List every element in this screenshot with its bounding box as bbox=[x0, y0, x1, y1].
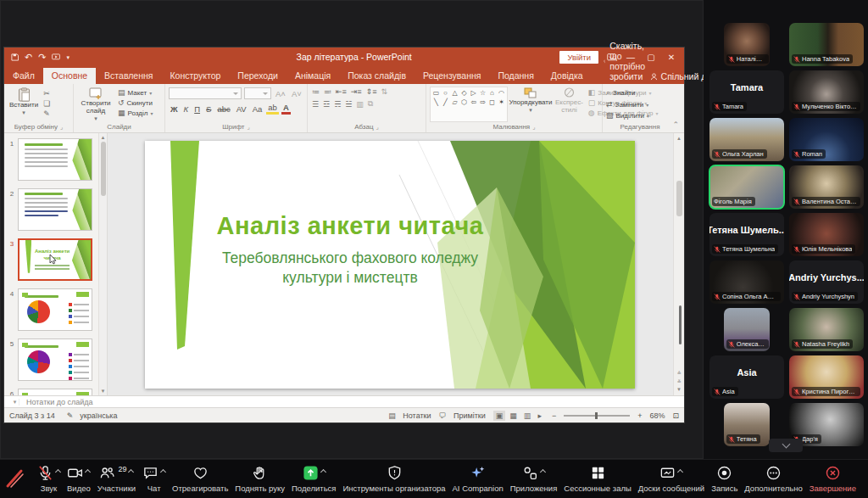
bold-button[interactable]: Ж bbox=[169, 104, 180, 114]
normal-view-button[interactable]: ▣ bbox=[493, 411, 506, 421]
mic-muted-button[interactable]: Звук bbox=[37, 465, 60, 493]
participant-tile[interactable]: Тетяна bbox=[724, 403, 771, 446]
ppt-tab-Показ слайдів[interactable]: Показ слайдів bbox=[339, 68, 415, 84]
highlight-color-button[interactable]: ab bbox=[266, 103, 279, 115]
chevron-up-icon[interactable] bbox=[160, 469, 166, 475]
participant-tile[interactable]: AsiaAsia bbox=[709, 355, 784, 399]
chevron-up-icon[interactable] bbox=[540, 469, 546, 475]
justify-icon[interactable]: ☱ bbox=[344, 100, 353, 109]
shape-icon[interactable]: ☆ bbox=[478, 88, 487, 98]
annotation-pen-icon[interactable] bbox=[4, 466, 26, 490]
replace-button[interactable]: Замінити bbox=[615, 101, 644, 109]
shrink-font-icon[interactable]: A˅ bbox=[290, 89, 303, 98]
shape-icon[interactable]: ╱ bbox=[441, 98, 450, 107]
shape-icon[interactable]: ⌂ bbox=[487, 88, 497, 98]
sign-in-button[interactable]: Увійти bbox=[559, 51, 598, 64]
char-spacing-button[interactable]: AV bbox=[235, 104, 248, 114]
notes-splitter-icon[interactable]: ▾ bbox=[4, 399, 19, 406]
chevron-up-icon[interactable] bbox=[85, 469, 91, 475]
participant-tile[interactable]: Hanna Tabakova bbox=[789, 23, 864, 66]
shape-icon[interactable]: ⇦ bbox=[469, 98, 478, 107]
shapes-gallery[interactable]: ▭○△◇▷☆⌂◠╲╱▱⬡⇦⇨◻✶ bbox=[430, 87, 508, 122]
notes-pane[interactable]: ▾ Нотатки до слайда bbox=[4, 395, 684, 407]
smartart-icon[interactable]: ⧉ bbox=[367, 99, 374, 109]
raise-hand-button[interactable]: Поднять руку bbox=[235, 465, 285, 493]
whiteboard-button[interactable]: Доски сообщений bbox=[638, 465, 704, 493]
font-name-select[interactable] bbox=[169, 87, 242, 99]
numbering-icon[interactable]: ≕ bbox=[323, 87, 332, 96]
chevron-up-icon[interactable] bbox=[677, 469, 683, 475]
ppt-tab-Подання[interactable]: Подання bbox=[489, 68, 542, 84]
ppt-tab-Файл[interactable]: Файл bbox=[4, 68, 43, 84]
grow-font-icon[interactable]: A˄ bbox=[274, 89, 287, 98]
collapse-ribbon-icon[interactable]: ⌃ bbox=[672, 120, 679, 129]
start-slideshow-icon[interactable] bbox=[52, 53, 60, 61]
align-center-icon[interactable]: ☲ bbox=[322, 100, 331, 109]
change-case-button[interactable]: Aa bbox=[251, 104, 264, 114]
thumbnail-scrollbar[interactable]: ▲ ▼ bbox=[98, 133, 107, 395]
save-icon[interactable] bbox=[11, 53, 19, 61]
shape-icon[interactable]: △ bbox=[450, 88, 459, 98]
strikethrough-abc-button[interactable]: abc bbox=[215, 104, 231, 114]
reading-view-button[interactable]: ▥ bbox=[521, 411, 534, 421]
select-button[interactable]: Виділити bbox=[616, 112, 645, 120]
sparkle-button[interactable]: AI Companion bbox=[453, 465, 504, 493]
chevron-up-icon[interactable] bbox=[55, 469, 61, 475]
slideshow-view-button[interactable]: ▸ bbox=[535, 411, 544, 421]
ppt-tab-Основне[interactable]: Основне bbox=[43, 68, 96, 84]
participant-tile[interactable]: Мульченко Вікторія bbox=[789, 70, 864, 114]
undo-icon[interactable]: ↶ bbox=[25, 53, 32, 62]
quick-styles-button[interactable]: Експрес-стилі bbox=[554, 87, 585, 122]
previous-slide-button[interactable]: ≙ bbox=[676, 370, 682, 376]
share-screen-button[interactable]: Поделиться bbox=[292, 465, 336, 493]
breakout-rooms-button[interactable]: Сессионные залы bbox=[564, 465, 632, 493]
text-direction-icon[interactable]: ⇅ bbox=[380, 87, 388, 96]
apps-button[interactable]: Приложения bbox=[510, 465, 558, 493]
heart-button[interactable]: Отреагировать bbox=[172, 465, 228, 493]
slide-title[interactable]: Аналіз анкети читача bbox=[203, 212, 498, 240]
sidebar-resize-handle[interactable] bbox=[679, 305, 682, 344]
notes-toggle[interactable]: ▤ Нотатки bbox=[388, 411, 431, 420]
ppt-tab-Переходи[interactable]: Переходи bbox=[229, 68, 287, 84]
proofing-icon[interactable]: ✎ bbox=[67, 411, 74, 420]
participant-tile[interactable]: Фіголь Марія bbox=[709, 165, 784, 209]
zoom-level[interactable]: 68% bbox=[649, 411, 665, 420]
paste-button[interactable]: Вставити▾ bbox=[8, 87, 40, 122]
slide-thumbnail-4[interactable] bbox=[18, 288, 92, 331]
increase-indent-icon[interactable]: ⇥≡ bbox=[350, 87, 363, 96]
participant-tile[interactable]: Валентина Остапчук bbox=[789, 165, 864, 209]
section-button[interactable]: Розділ bbox=[128, 109, 148, 117]
zoom-in-button[interactable]: + bbox=[637, 411, 642, 420]
shape-icon[interactable]: ◠ bbox=[497, 88, 506, 98]
reset-button[interactable]: Скинути bbox=[127, 99, 153, 107]
language-indicator[interactable]: українська bbox=[80, 411, 117, 420]
font-color-button[interactable]: A bbox=[281, 103, 291, 115]
shape-icon[interactable]: ▷ bbox=[469, 88, 478, 98]
current-slide[interactable]: Аналіз анкети читача Теребовлянського фа… bbox=[145, 141, 635, 389]
participant-tile[interactable]: Roman bbox=[789, 118, 864, 161]
arrange-button[interactable]: Упорядкувати▾ bbox=[511, 87, 550, 122]
participant-tile[interactable]: Олександра bbox=[724, 308, 771, 351]
participant-tile[interactable]: Ольга Харлан bbox=[709, 118, 784, 161]
tell-me-search[interactable]: Скажіть, що потрібно зробити bbox=[604, 41, 650, 81]
slide-thumbnail-5[interactable] bbox=[18, 339, 92, 381]
shield-button[interactable]: Инструменты организатора bbox=[342, 465, 445, 493]
customize-qat-icon[interactable]: ▾ bbox=[66, 54, 70, 60]
underline-button[interactable]: П bbox=[192, 104, 202, 114]
ppt-tab-Довідка[interactable]: Довідка bbox=[542, 68, 592, 84]
bullets-icon[interactable]: ≔ bbox=[311, 87, 320, 96]
shape-icon[interactable]: ▭ bbox=[431, 88, 441, 98]
align-right-icon[interactable]: ☴ bbox=[333, 100, 342, 109]
participant-tile[interactable]: Юлія Мельнікова bbox=[789, 213, 864, 256]
format-painter-icon[interactable]: ✎ bbox=[43, 109, 50, 118]
italic-button[interactable]: К bbox=[182, 104, 191, 114]
decrease-indent-icon[interactable]: ⇤≡ bbox=[335, 87, 348, 96]
record-button[interactable]: Запись bbox=[711, 465, 737, 493]
ppt-tab-Анімація[interactable]: Анімація bbox=[287, 68, 339, 84]
layout-button[interactable]: Макет bbox=[128, 89, 147, 97]
align-left-icon[interactable]: ☰ bbox=[311, 100, 320, 109]
end-button[interactable]: Завершение bbox=[810, 465, 856, 493]
shape-icon[interactable]: ◇ bbox=[459, 88, 469, 98]
zoom-slider[interactable] bbox=[564, 415, 630, 417]
fit-to-window-icon[interactable]: ⊡ bbox=[672, 411, 679, 420]
